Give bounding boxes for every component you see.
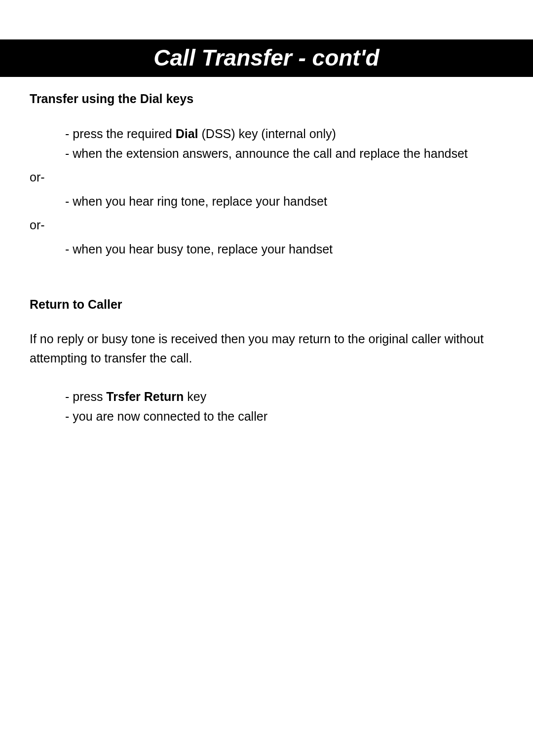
list-item: - press Trsfer Return key xyxy=(65,387,503,406)
list-block-busy: - when you hear busy tone, replace your … xyxy=(65,239,503,259)
list-item: - press the required Dial (DSS) key (int… xyxy=(65,124,503,144)
page-title: Call Transfer - cont'd xyxy=(153,45,379,71)
or-separator: or- xyxy=(30,218,503,232)
list-item: - when you hear busy tone, replace your … xyxy=(65,239,503,259)
list-item: - you are now connected to the caller xyxy=(65,406,503,426)
paragraph-return: If no reply or busy tone is received the… xyxy=(30,329,503,368)
list-item: - when the extension answers, announce t… xyxy=(65,144,503,163)
page-title-bar: Call Transfer - cont'd xyxy=(0,39,533,77)
section-heading-transfer-dial: Transfer using the Dial keys xyxy=(30,92,503,106)
list-block-ringtone: - when you hear ring tone, replace your … xyxy=(65,191,503,211)
or-separator: or- xyxy=(30,170,503,184)
list-item-text: - press xyxy=(65,390,106,403)
list-item: - when you hear ring tone, replace your … xyxy=(65,191,503,211)
section-gap xyxy=(30,259,503,283)
document-page: Call Transfer - cont'd Transfer using th… xyxy=(0,39,533,756)
list-block-dial: - press the required Dial (DSS) key (int… xyxy=(65,124,503,163)
list-item-text: key xyxy=(184,390,206,403)
list-item-text: - press the required xyxy=(65,127,176,141)
list-item-bold: Trsfer Return xyxy=(106,390,184,403)
list-item-text: (DSS) key (internal only) xyxy=(198,127,336,141)
section-heading-return: Return to Caller xyxy=(30,297,503,312)
list-item-bold: Dial xyxy=(176,127,198,141)
page-content: Transfer using the Dial keys - press the… xyxy=(0,92,533,426)
list-block-return: - press Trsfer Return key - you are now … xyxy=(65,387,503,426)
